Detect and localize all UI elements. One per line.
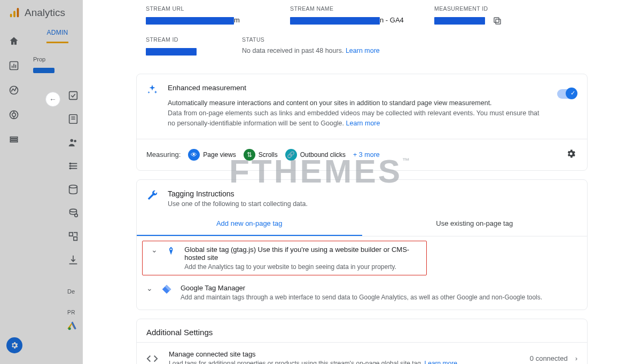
- analytics-logo: Analytics: [9, 7, 65, 19]
- enhanced-title: Enhanced measurement: [168, 84, 577, 92]
- svg-point-22: [70, 163, 71, 164]
- measuring-label: Measuring:: [146, 151, 181, 159]
- svg-rect-2: [17, 8, 19, 17]
- users-icon[interactable]: [67, 137, 79, 148]
- svg-rect-6: [15, 65, 17, 68]
- property-icon[interactable]: [67, 113, 79, 125]
- svg-rect-13: [69, 92, 77, 100]
- admin-fab[interactable]: [6, 337, 22, 353]
- svg-point-23: [70, 165, 71, 167]
- svg-point-28: [68, 327, 71, 330]
- measurement-id-label: MEASUREMENT ID: [434, 5, 578, 12]
- stream-name-label: STREAM NAME: [290, 5, 424, 12]
- reports-icon[interactable]: [8, 60, 20, 72]
- product-links-icon[interactable]: [67, 231, 79, 242]
- wrench-icon: [146, 189, 158, 208]
- delete-label: De: [67, 288, 75, 295]
- copy-icon[interactable]: [493, 16, 502, 26]
- scroll-icon: ⇅: [244, 149, 255, 161]
- svg-point-25: [69, 185, 77, 188]
- chevron-right-icon: ›: [575, 354, 577, 362]
- code-icon: [146, 353, 158, 364]
- svg-rect-10: [10, 137, 18, 138]
- tagging-title: Tagging Instructions: [168, 189, 308, 198]
- svg-point-18: [74, 140, 76, 143]
- svg-rect-1: [13, 11, 15, 17]
- import-icon[interactable]: [67, 254, 79, 266]
- link-icon: 🔗: [285, 149, 297, 161]
- svg-point-27: [75, 214, 78, 217]
- streams-icon[interactable]: [67, 160, 79, 172]
- gtag-title: Global site tag (gtag.js) Use this if yo…: [184, 246, 421, 262]
- admin-tab[interactable]: ADMIN: [46, 21, 68, 43]
- chip-scrolls: ⇅Scrolls: [244, 149, 278, 161]
- eye-icon: 👁: [188, 149, 200, 161]
- library-icon[interactable]: [8, 133, 20, 145]
- assistant-icon[interactable]: [67, 90, 79, 101]
- svg-rect-4: [12, 66, 13, 68]
- gtm-icon: [161, 284, 172, 295]
- svg-rect-0: [10, 14, 12, 17]
- enhanced-learn-more-link[interactable]: Learn more: [346, 120, 380, 127]
- stream-id-label: STREAM ID: [146, 36, 231, 43]
- gtag-icon: [166, 246, 176, 256]
- product-section-label: PR: [67, 310, 75, 315]
- analytics-logo-icon: [9, 7, 20, 19]
- stream-url-label: STREAM URL: [146, 5, 279, 12]
- svg-rect-11: [10, 139, 18, 140]
- status-label: STATUS: [242, 36, 578, 43]
- measurement-id-value: [434, 16, 578, 26]
- tab-use-existing[interactable]: Use existing on-page tag: [362, 212, 588, 236]
- svg-rect-5: [13, 64, 14, 68]
- svg-point-26: [70, 209, 77, 212]
- additional-title: Additional Settings: [137, 319, 587, 342]
- data-icon[interactable]: [67, 184, 79, 195]
- home-icon[interactable]: [8, 35, 20, 47]
- stream-name-value: n - GA4: [290, 16, 424, 25]
- svg-point-31: [170, 248, 172, 250]
- stream-url-value: m: [146, 16, 279, 25]
- google-ads-icon[interactable]: [67, 320, 78, 331]
- learn-more-link[interactable]: Learn more: [425, 360, 457, 364]
- explore-icon[interactable]: [8, 84, 20, 96]
- tagging-sub: Use one of the following to start collec…: [168, 200, 308, 208]
- svg-point-9: [12, 113, 16, 117]
- chevron-down-icon[interactable]: ⌄: [151, 246, 158, 254]
- svg-rect-30: [494, 18, 499, 22]
- target-icon[interactable]: [8, 109, 20, 121]
- enhanced-desc-1: Automatically measure interactions and c…: [168, 98, 542, 108]
- svg-rect-12: [10, 141, 18, 142]
- more-chips-link[interactable]: + 3 more: [353, 151, 380, 159]
- gtag-desc: Add the Analytics tag to your website to…: [184, 263, 421, 271]
- measuring-settings-icon[interactable]: [566, 148, 576, 161]
- back-button[interactable]: ←: [45, 92, 60, 107]
- app-title: Analytics: [25, 7, 65, 19]
- stream-id-value: [146, 47, 231, 56]
- sparkle-icon: [146, 84, 158, 129]
- svg-rect-29: [496, 19, 501, 24]
- svg-point-17: [71, 139, 74, 143]
- tab-add-new[interactable]: Add new on-page tag: [137, 212, 362, 236]
- status-text: No data received in past 48 hours. Learn…: [242, 47, 578, 54]
- chevron-down-icon[interactable]: ⌄: [146, 284, 153, 292]
- property-label: Prop: [32, 56, 83, 62]
- chip-outbound: 🔗Outbound clicks: [285, 149, 346, 161]
- gtm-title: Google Tag Manager: [181, 284, 542, 292]
- connected-count: 0 connected: [530, 354, 568, 362]
- svg-point-24: [70, 168, 71, 169]
- row-connected-tags[interactable]: Manage connected site tags Load tags for…: [137, 342, 587, 364]
- gtm-desc: Add and maintain tags through a web inte…: [181, 294, 542, 301]
- chip-page-views: 👁Page views: [188, 149, 236, 161]
- retention-icon[interactable]: [67, 207, 79, 219]
- property-name-redacted: [33, 68, 54, 73]
- status-learn-more-link[interactable]: Learn more: [346, 47, 380, 54]
- enhanced-toggle[interactable]: ✓: [557, 89, 576, 99]
